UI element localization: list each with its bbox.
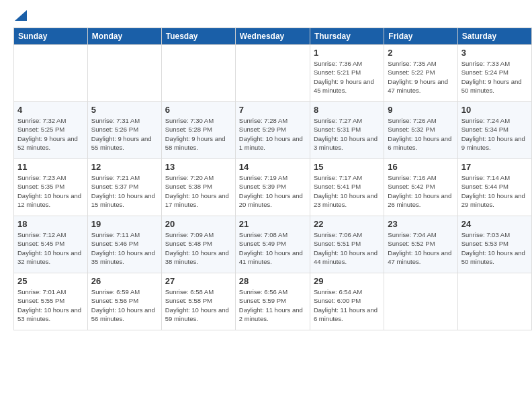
day-info: Sunrise: 7:06 AM Sunset: 5:51 PM Dayligh… — [314, 230, 380, 266]
day-info: Sunrise: 7:16 AM Sunset: 5:42 PM Dayligh… — [388, 173, 453, 209]
day-number: 6 — [165, 105, 232, 115]
calendar-cell — [161, 45, 235, 102]
day-number: 10 — [461, 105, 528, 115]
day-info: Sunrise: 7:26 AM Sunset: 5:32 PM Dayligh… — [388, 116, 453, 152]
day-info: Sunrise: 7:24 AM Sunset: 5:34 PM Dayligh… — [461, 116, 528, 152]
day-number: 15 — [314, 162, 380, 172]
day-number: 2 — [388, 48, 453, 58]
calendar-cell: 12Sunrise: 7:21 AM Sunset: 5:37 PM Dayli… — [87, 159, 161, 216]
calendar-cell: 4Sunrise: 7:32 AM Sunset: 5:25 PM Daylig… — [14, 102, 88, 159]
calendar-week-row: 11Sunrise: 7:23 AM Sunset: 5:35 PM Dayli… — [14, 159, 532, 216]
calendar-cell: 21Sunrise: 7:08 AM Sunset: 5:49 PM Dayli… — [235, 216, 310, 273]
calendar-week-row: 25Sunrise: 7:01 AM Sunset: 5:55 PM Dayli… — [14, 273, 532, 330]
calendar-cell: 27Sunrise: 6:58 AM Sunset: 5:58 PM Dayli… — [161, 273, 235, 330]
day-info: Sunrise: 6:56 AM Sunset: 5:59 PM Dayligh… — [239, 287, 306, 323]
calendar-cell — [87, 45, 161, 102]
day-info: Sunrise: 7:08 AM Sunset: 5:49 PM Dayligh… — [239, 230, 306, 266]
day-info: Sunrise: 7:27 AM Sunset: 5:31 PM Dayligh… — [314, 116, 380, 152]
calendar-cell — [235, 45, 310, 102]
calendar-cell: 11Sunrise: 7:23 AM Sunset: 5:35 PM Dayli… — [14, 159, 88, 216]
day-info: Sunrise: 7:20 AM Sunset: 5:38 PM Dayligh… — [165, 173, 232, 209]
day-info: Sunrise: 7:01 AM Sunset: 5:55 PM Dayligh… — [17, 287, 84, 323]
calendar-cell: 3Sunrise: 7:33 AM Sunset: 5:24 PM Daylig… — [457, 45, 531, 102]
day-info: Sunrise: 7:33 AM Sunset: 5:24 PM Dayligh… — [461, 59, 528, 95]
day-info: Sunrise: 7:11 AM Sunset: 5:46 PM Dayligh… — [91, 230, 158, 266]
day-number: 27 — [165, 276, 232, 286]
day-info: Sunrise: 7:30 AM Sunset: 5:28 PM Dayligh… — [165, 116, 232, 152]
calendar-cell: 6Sunrise: 7:30 AM Sunset: 5:28 PM Daylig… — [161, 102, 235, 159]
calendar-header-row: Sunday Monday Tuesday Wednesday Thursday… — [14, 28, 532, 45]
day-info: Sunrise: 7:23 AM Sunset: 5:35 PM Dayligh… — [17, 173, 84, 209]
calendar-cell: 13Sunrise: 7:20 AM Sunset: 5:38 PM Dayli… — [161, 159, 235, 216]
calendar-cell: 23Sunrise: 7:04 AM Sunset: 5:52 PM Dayli… — [384, 216, 457, 273]
day-info: Sunrise: 6:54 AM Sunset: 6:00 PM Dayligh… — [314, 287, 380, 323]
day-info: Sunrise: 6:59 AM Sunset: 5:56 PM Dayligh… — [91, 287, 158, 323]
calendar-cell: 17Sunrise: 7:14 AM Sunset: 5:44 PM Dayli… — [457, 159, 531, 216]
svg-marker-0 — [15, 10, 27, 21]
day-number: 29 — [314, 276, 380, 286]
calendar-cell: 24Sunrise: 7:03 AM Sunset: 5:53 PM Dayli… — [457, 216, 531, 273]
day-number: 24 — [461, 219, 528, 229]
day-number: 21 — [239, 219, 306, 229]
header-tuesday: Tuesday — [161, 28, 235, 45]
day-number: 28 — [239, 276, 306, 286]
day-info: Sunrise: 7:21 AM Sunset: 5:37 PM Dayligh… — [91, 173, 158, 209]
calendar-cell: 19Sunrise: 7:11 AM Sunset: 5:46 PM Dayli… — [87, 216, 161, 273]
day-info: Sunrise: 7:19 AM Sunset: 5:39 PM Dayligh… — [239, 173, 306, 209]
header-friday: Friday — [384, 28, 457, 45]
calendar-cell: 20Sunrise: 7:09 AM Sunset: 5:48 PM Dayli… — [161, 216, 235, 273]
day-number: 13 — [165, 162, 232, 172]
day-info: Sunrise: 7:17 AM Sunset: 5:41 PM Dayligh… — [314, 173, 380, 209]
day-number: 25 — [17, 276, 84, 286]
day-number: 20 — [165, 219, 232, 229]
calendar-cell: 26Sunrise: 6:59 AM Sunset: 5:56 PM Dayli… — [87, 273, 161, 330]
day-info: Sunrise: 7:04 AM Sunset: 5:52 PM Dayligh… — [388, 230, 453, 266]
calendar-cell — [384, 273, 457, 330]
day-info: Sunrise: 7:12 AM Sunset: 5:45 PM Dayligh… — [17, 230, 84, 266]
calendar-cell — [457, 273, 531, 330]
day-info: Sunrise: 7:28 AM Sunset: 5:29 PM Dayligh… — [239, 116, 306, 152]
header-sunday: Sunday — [14, 28, 88, 45]
day-info: Sunrise: 7:03 AM Sunset: 5:53 PM Dayligh… — [461, 230, 528, 266]
calendar-cell: 14Sunrise: 7:19 AM Sunset: 5:39 PM Dayli… — [235, 159, 310, 216]
calendar-week-row: 18Sunrise: 7:12 AM Sunset: 5:45 PM Dayli… — [14, 216, 532, 273]
day-number: 14 — [239, 162, 306, 172]
calendar-week-row: 4Sunrise: 7:32 AM Sunset: 5:25 PM Daylig… — [14, 102, 532, 159]
calendar-cell: 7Sunrise: 7:28 AM Sunset: 5:29 PM Daylig… — [235, 102, 310, 159]
day-number: 12 — [91, 162, 158, 172]
header-thursday: Thursday — [310, 28, 384, 45]
calendar-cell: 18Sunrise: 7:12 AM Sunset: 5:45 PM Dayli… — [14, 216, 88, 273]
header-monday: Monday — [87, 28, 161, 45]
calendar-cell: 28Sunrise: 6:56 AM Sunset: 5:59 PM Dayli… — [235, 273, 310, 330]
calendar-cell: 1Sunrise: 7:36 AM Sunset: 5:21 PM Daylig… — [310, 45, 384, 102]
calendar-cell — [14, 45, 88, 102]
calendar-cell: 29Sunrise: 6:54 AM Sunset: 6:00 PM Dayli… — [310, 273, 384, 330]
calendar-week-row: 1Sunrise: 7:36 AM Sunset: 5:21 PM Daylig… — [14, 45, 532, 102]
day-number: 16 — [388, 162, 453, 172]
day-info: Sunrise: 7:31 AM Sunset: 5:26 PM Dayligh… — [91, 116, 158, 152]
header-wednesday: Wednesday — [235, 28, 310, 45]
day-number: 4 — [17, 105, 84, 115]
calendar-cell: 8Sunrise: 7:27 AM Sunset: 5:31 PM Daylig… — [310, 102, 384, 159]
calendar-cell: 16Sunrise: 7:16 AM Sunset: 5:42 PM Dayli… — [384, 159, 457, 216]
day-info: Sunrise: 7:35 AM Sunset: 5:22 PM Dayligh… — [388, 59, 453, 95]
calendar-cell: 25Sunrise: 7:01 AM Sunset: 5:55 PM Dayli… — [14, 273, 88, 330]
calendar-cell: 15Sunrise: 7:17 AM Sunset: 5:41 PM Dayli… — [310, 159, 384, 216]
day-info: Sunrise: 7:36 AM Sunset: 5:21 PM Dayligh… — [314, 59, 380, 95]
day-number: 19 — [91, 219, 158, 229]
calendar-table: Sunday Monday Tuesday Wednesday Thursday… — [13, 28, 532, 330]
day-number: 26 — [91, 276, 158, 286]
day-number: 11 — [17, 162, 84, 172]
day-info: Sunrise: 6:58 AM Sunset: 5:58 PM Dayligh… — [165, 287, 232, 323]
calendar-cell: 10Sunrise: 7:24 AM Sunset: 5:34 PM Dayli… — [457, 102, 531, 159]
day-info: Sunrise: 7:14 AM Sunset: 5:44 PM Dayligh… — [461, 173, 528, 209]
day-number: 22 — [314, 219, 380, 229]
day-number: 7 — [239, 105, 306, 115]
calendar-cell: 22Sunrise: 7:06 AM Sunset: 5:51 PM Dayli… — [310, 216, 384, 273]
day-number: 3 — [461, 48, 528, 58]
calendar-cell: 2Sunrise: 7:35 AM Sunset: 5:22 PM Daylig… — [384, 45, 457, 102]
header-saturday: Saturday — [457, 28, 531, 45]
day-info: Sunrise: 7:09 AM Sunset: 5:48 PM Dayligh… — [165, 230, 232, 266]
day-number: 18 — [17, 219, 84, 229]
calendar-cell: 5Sunrise: 7:31 AM Sunset: 5:26 PM Daylig… — [87, 102, 161, 159]
